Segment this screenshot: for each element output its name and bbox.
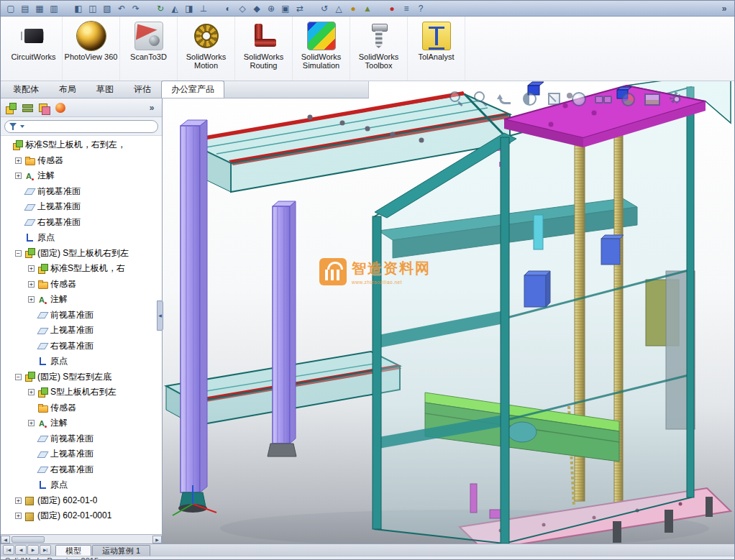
view-settings-icon[interactable] xyxy=(667,90,685,108)
tree-item[interactable]: 原点 xyxy=(1,354,162,369)
tree-item[interactable]: 前视基准面 xyxy=(1,184,162,200)
apply-scene-icon[interactable] xyxy=(643,90,661,108)
zoom-fit-icon[interactable]: ⊕ xyxy=(264,2,278,15)
paste-icon[interactable]: ▧ xyxy=(100,2,114,15)
tree-item[interactable]: + 传感器 xyxy=(1,153,162,169)
sketch-icon[interactable]: ◭ xyxy=(168,2,182,15)
copy-icon[interactable]: ◫ xyxy=(86,2,100,15)
solidworks-motion-button[interactable]: SolidWorks Motion xyxy=(178,17,235,81)
expand-toggle-icon[interactable]: + xyxy=(28,296,35,303)
print-icon[interactable]: ▥ xyxy=(47,2,61,15)
tree-item[interactable]: 前视基准面 xyxy=(1,431,162,447)
redo-icon[interactable]: ↷ xyxy=(129,2,143,15)
tab-sketch[interactable]: 草图 xyxy=(86,81,124,98)
render-icon[interactable]: ● xyxy=(385,2,399,15)
section-view-icon[interactable] xyxy=(521,90,539,108)
tree-item[interactable]: 上视基准面 xyxy=(1,199,162,215)
tab-scroll-last-button[interactable]: ▶| xyxy=(40,545,51,555)
model-tab[interactable]: 模型 xyxy=(55,545,91,556)
tree-item[interactable]: + 传感器 xyxy=(1,277,162,293)
new-document-icon[interactable]: ▢ xyxy=(4,2,18,15)
tree-filter-input[interactable] xyxy=(27,121,153,132)
tab-scroll-prev-button[interactable]: ◀ xyxy=(15,545,27,555)
tolanalyst-button[interactable]: TolAnalyst xyxy=(408,17,465,81)
wireframe-icon[interactable]: ◇ xyxy=(235,2,250,15)
tree-item[interactable]: − (固定) S型右到左底 xyxy=(1,369,162,385)
expand-toggle-icon[interactable]: + xyxy=(15,157,22,164)
tab-evaluate[interactable]: 评估 xyxy=(124,81,161,98)
measure-icon[interactable]: ⊥ xyxy=(196,2,211,15)
appearance-icon[interactable]: ● xyxy=(346,2,360,15)
shaded-icon[interactable]: ◆ xyxy=(250,2,264,15)
tab-scroll-first-button[interactable]: |◀ xyxy=(3,545,14,555)
photoview-360-button[interactable]: PhotoView 360 xyxy=(63,17,120,81)
solidworks-routing-button[interactable]: SolidWorks Routing xyxy=(235,17,293,81)
tree-item[interactable]: 上视基准面 xyxy=(1,446,162,462)
tree-item[interactable]: 右视基准面 xyxy=(1,462,162,478)
panel-collapse-button[interactable]: ◀ xyxy=(157,300,163,331)
smart-dimension-icon[interactable]: ◨ xyxy=(182,2,196,15)
solidworks-simulation-button[interactable]: SolidWorks Simulation xyxy=(293,17,350,81)
expand-toggle-icon[interactable]: + xyxy=(15,497,22,504)
options-icon[interactable]: ≡ xyxy=(399,2,414,15)
edit-appearance-icon[interactable] xyxy=(618,90,636,108)
configurationmanager-tab[interactable] xyxy=(37,101,50,114)
scanto3d-button[interactable]: ScanTo3D xyxy=(120,17,178,81)
expand-toggle-icon[interactable]: + xyxy=(28,265,35,272)
rotate-view-icon[interactable]: ↺ xyxy=(317,2,332,15)
panel-flyout-chevron[interactable]: » xyxy=(145,101,158,114)
model-3d-view[interactable] xyxy=(163,81,735,543)
toolbar-overflow-chevron[interactable]: » xyxy=(717,2,731,15)
featuremanager-tab[interactable] xyxy=(4,101,17,114)
expand-toggle-icon[interactable]: + xyxy=(28,281,35,288)
tree-item[interactable]: 原点 xyxy=(1,230,162,246)
pan-icon[interactable]: ⇄ xyxy=(293,2,307,15)
expand-toggle-icon[interactable]: + xyxy=(15,173,22,179)
zoom-area-icon[interactable]: ▣ xyxy=(278,2,293,15)
hide-show-items-icon[interactable] xyxy=(594,90,612,108)
tree-item[interactable]: + 注解 xyxy=(1,416,162,431)
circuitworks-button[interactable]: CircuitWorks xyxy=(5,17,63,81)
tree-item[interactable]: 传感器 xyxy=(1,400,162,416)
solidworks-toolbox-button[interactable]: SolidWorks Toolbox xyxy=(350,17,408,81)
tree-item[interactable]: − (固定) S型上板机右到左 xyxy=(1,246,162,262)
scrollbar-thumb[interactable] xyxy=(12,536,45,543)
rebuild-icon[interactable]: ↻ xyxy=(153,2,168,15)
tree-item[interactable]: + (固定) 602-01-0001 xyxy=(1,508,162,524)
expand-toggle-icon[interactable]: − xyxy=(15,374,22,380)
tree-item[interactable]: + S型上板机右到左 xyxy=(1,385,162,400)
tree-item[interactable]: 前视基准面 xyxy=(1,308,162,323)
expand-toggle-icon[interactable]: + xyxy=(28,389,35,395)
tree-item[interactable]: + (固定) 602-01-0 xyxy=(1,493,162,509)
tree-item[interactable]: + 注解 xyxy=(1,168,162,184)
previous-view-icon[interactable] xyxy=(496,90,514,108)
standard-views-icon[interactable]: △ xyxy=(332,2,346,15)
displaymanager-tab[interactable] xyxy=(54,101,67,114)
tree-filter-box[interactable] xyxy=(4,120,158,133)
propertymanager-tab[interactable] xyxy=(21,101,34,114)
zoom-area-icon[interactable] xyxy=(472,90,490,108)
display-style-icon[interactable] xyxy=(570,90,588,108)
tree-item[interactable]: 标准S型上板机，右到左， xyxy=(1,137,162,153)
view-orientation-icon[interactable] xyxy=(545,90,563,108)
section-view-icon[interactable]: ◐ xyxy=(221,2,235,15)
expand-toggle-icon[interactable]: + xyxy=(28,420,35,426)
expand-toggle-icon[interactable]: − xyxy=(15,250,22,257)
scroll-right-button[interactable]: ▶ xyxy=(152,536,162,543)
motion-study-tab[interactable]: 运动算例 1 xyxy=(92,545,150,556)
zoom-fit-icon[interactable] xyxy=(447,90,465,108)
tab-assembly[interactable]: 装配体 xyxy=(3,81,49,98)
tree-item[interactable]: + 注解 xyxy=(1,292,162,308)
scene-icon[interactable]: ▲ xyxy=(360,2,375,15)
expand-toggle-icon[interactable]: + xyxy=(15,513,22,519)
cut-icon[interactable]: ◧ xyxy=(71,2,86,15)
tab-layout[interactable]: 布局 xyxy=(49,81,86,98)
save-icon[interactable]: ▦ xyxy=(32,2,47,15)
graphics-area[interactable]: 智造资料网 www.zhizaoziliao.net xyxy=(163,81,735,543)
tab-office-products[interactable]: 办公室产品 xyxy=(161,81,224,98)
tree-item[interactable]: 上视基准面 xyxy=(1,323,162,339)
tree-item[interactable]: + 标准S型上板机，右 xyxy=(1,261,162,277)
help-icon[interactable]: ? xyxy=(414,2,428,15)
tree-item[interactable]: 右视基准面 xyxy=(1,339,162,354)
tree-item[interactable]: 原点 xyxy=(1,477,162,493)
